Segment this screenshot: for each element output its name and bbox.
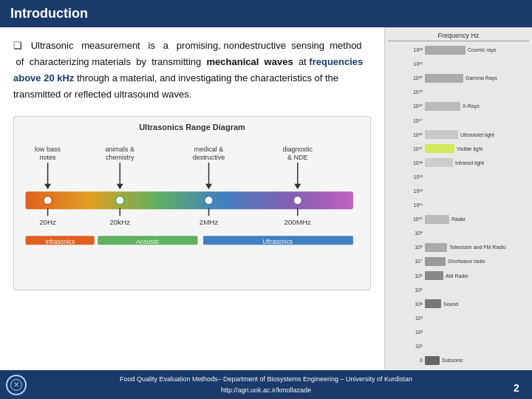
svg-text:Infrasonics: Infrasonics [45, 239, 75, 245]
freq-label: Infrared light [455, 160, 484, 166]
freq-scale: 10⁹ [388, 231, 425, 236]
footer-logo: ✕ [6, 375, 27, 395]
freq-scale: 10¹⁷ [388, 118, 425, 123]
freq-row-sw: 10⁷ Shortwave radio [388, 254, 529, 268]
freq-label: Shortwave radio [448, 259, 485, 264]
diagram-area: Ultrasonics Range Diagram [13, 116, 371, 290]
freq-scale: 10⁴ [388, 301, 425, 307]
freq-bar-cosmic [425, 46, 466, 55]
logo-icon: ✕ [13, 381, 19, 389]
freq-row-1: 10¹ [388, 339, 529, 353]
right-panel: Frequency Hz 10²² Cosmic rays 10²¹ 10²⁰ [384, 27, 532, 370]
logo-circle: ✕ [6, 375, 27, 395]
freq-bar-infrared [425, 158, 453, 167]
svg-rect-16 [26, 192, 353, 210]
freq-label: Cosmic rays [468, 47, 497, 52]
svg-text:low bass: low bass [35, 146, 61, 153]
svg-point-34 [293, 197, 302, 205]
svg-point-33 [205, 197, 214, 205]
freq-rows-container: 10²² Cosmic rays 10²¹ 10²⁰ Gamma Rays [388, 43, 529, 367]
freq-row-cosmic: 10²² Cosmic rays [388, 43, 529, 57]
freq-label: Radar [451, 216, 466, 222]
freq-label: Subsonic [442, 358, 463, 363]
freq-bar-gamma [425, 74, 463, 83]
svg-marker-13 [205, 184, 212, 190]
freq-label: Ultraviolet light [460, 132, 494, 137]
freq-chart-header: Frequency Hz [388, 30, 529, 41]
freq-scale: 10¹⁵ [388, 146, 425, 151]
svg-marker-9 [44, 184, 51, 190]
freq-scale: 10³ [388, 316, 425, 321]
freq-scale: 10⁷ [388, 259, 425, 264]
freq-bar-visible [425, 144, 454, 153]
freq-scale: 10¹⁹ [388, 89, 425, 95]
freq-row-11: 10¹¹ [388, 198, 529, 212]
freq-row-sound: 10⁴ Sound [388, 297, 529, 311]
freq-row-12: 10¹² [388, 184, 529, 198]
freq-scale: 10¹⁴ [388, 160, 425, 166]
freq-row-radar: 10¹⁰ Radar [388, 212, 529, 226]
main-content: ❑ Ultrasonic measurement is a promising,… [0, 27, 532, 370]
svg-text:& NDE: & NDE [287, 154, 308, 161]
page-number-badge: 2 [507, 378, 526, 398]
freq-bar-uv [425, 130, 458, 139]
freq-row-tv: 10⁸ Television and FM Radio [388, 240, 529, 254]
freq-scale: 10²² [388, 47, 425, 52]
freq-bar-radar [425, 215, 449, 224]
svg-text:diagnostic: diagnostic [283, 146, 313, 153]
svg-text:Acoustic: Acoustic [136, 239, 159, 245]
freq-row-2: 10² [388, 325, 529, 339]
freq-row-gamma: 10²⁰ Gamma Rays [388, 71, 529, 85]
left-panel: ❑ Ultrasonic measurement is a promising,… [0, 27, 384, 370]
svg-point-31 [44, 197, 52, 205]
svg-text:medical &: medical & [194, 146, 224, 153]
freq-scale: 10⁵ [388, 287, 425, 293]
footer-wrapper: ✕ Food Quality Evaluation Methods– Depar… [0, 370, 532, 399]
title-bar: Introduction [0, 0, 532, 27]
logo-inner: ✕ [10, 379, 22, 391]
freq-scale: 10⁸ [388, 245, 425, 250]
svg-text:2MHz: 2MHz [200, 219, 219, 227]
content-area: ❑ Ultrasonic measurement is a promising,… [0, 27, 532, 370]
freq-row-19: 10¹⁹ [388, 85, 529, 99]
svg-text:animals &: animals & [106, 146, 135, 153]
freq-label: Gamma Rays [466, 75, 497, 81]
footer-line2: http://agri.uok.ac.ir/kmollazade [120, 385, 412, 395]
freq-row-uv: 10¹⁶ Ultraviolet light [388, 128, 529, 142]
svg-text:destructive: destructive [193, 154, 225, 161]
freq-bar-subsonic [425, 356, 440, 365]
highlight-text: frequencies above 20 kHz [13, 56, 363, 83]
freq-scale: 10¹³ [388, 174, 425, 180]
svg-text:Ultrasonics: Ultrasonics [262, 239, 293, 245]
freq-row-13: 10¹³ [388, 170, 529, 184]
freq-row-visible: 10¹⁵ Visible light [388, 142, 529, 156]
freq-scale: 0 [388, 358, 425, 363]
svg-text:20Hz: 20Hz [39, 219, 56, 227]
freq-scale: 10¹ [388, 344, 425, 349]
freq-bar-tv [425, 243, 447, 252]
diagram-svg-container: low bass notes animals & chemistry medic… [20, 136, 364, 283]
bullet-point: ❑ [13, 38, 22, 54]
freq-scale: 10¹⁸ [388, 103, 425, 109]
freq-label: Sound [443, 301, 458, 307]
freq-row-5: 10⁵ [388, 283, 529, 297]
freq-scale: 10²¹ [388, 61, 425, 66]
footer-inner: Food Quality Evaluation Methods– Departm… [0, 370, 532, 399]
diagram-title: Ultrasonics Range Diagram [139, 123, 245, 132]
freq-bar-am [425, 271, 443, 280]
footer-text: Food Quality Evaluation Methods– Departm… [120, 374, 412, 395]
freq-chart: Frequency Hz 10²² Cosmic rays 10²¹ 10²⁰ [385, 27, 532, 370]
freq-scale: 10⁶ [388, 273, 425, 279]
svg-text:200MHz: 200MHz [284, 219, 311, 227]
freq-scale: 10¹⁶ [388, 132, 425, 137]
svg-point-32 [115, 197, 124, 205]
freq-row-subsonic: 0 Subsonic [388, 353, 529, 367]
freq-bar-sound [425, 299, 441, 308]
freq-label: Visible light [457, 146, 482, 151]
freq-row-am: 10⁶ AM Radio [388, 269, 529, 283]
freq-bar-sw [425, 257, 446, 266]
svg-text:20kHz: 20kHz [109, 219, 130, 227]
freq-scale: 10² [388, 330, 425, 335]
freq-scale: 10¹¹ [388, 202, 425, 208]
svg-text:notes: notes [40, 154, 57, 161]
